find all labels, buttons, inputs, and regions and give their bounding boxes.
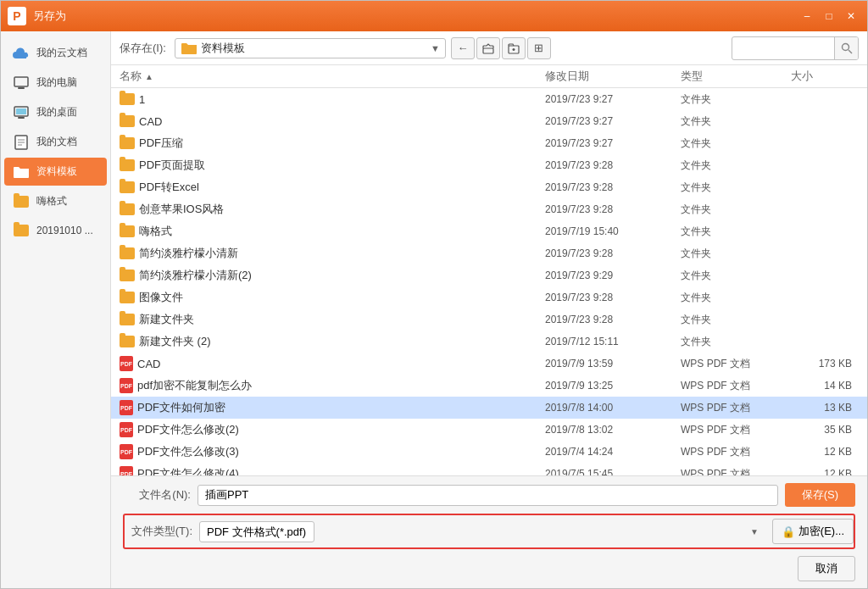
sidebar-item-desktop[interactable]: 我的桌面 [4, 98, 107, 126]
folder-icon [120, 93, 135, 105]
table-row[interactable]: PDF pdf加密不能复制怎么办 2019/7/9 13:25 WPS PDF … [111, 375, 867, 397]
file-type-cell: 文件夹 [681, 291, 791, 305]
sidebar-label-computer: 我的电脑 [36, 75, 77, 90]
file-type-cell: WPS PDF 文档 [681, 357, 791, 371]
encrypt-button[interactable]: 🔒 加密(E)... [772, 519, 854, 544]
table-row[interactable]: PDF PDF文件怎么修改(3) 2019/7/4 14:24 WPS PDF … [111, 441, 867, 463]
column-type[interactable]: 类型 [681, 69, 791, 84]
cancel-button[interactable]: 取消 [798, 556, 855, 581]
back-button[interactable]: ← [451, 37, 475, 59]
table-row[interactable]: 图像文件 2019/7/23 9:28 文件夹 [111, 286, 867, 308]
file-date-cell: 2019/7/9 13:59 [545, 358, 681, 370]
file-type-cell: 文件夹 [681, 313, 791, 327]
sidebar-label-date: 20191010 ... [36, 225, 93, 236]
table-row[interactable]: PDF压缩 2019/7/23 9:27 文件夹 [111, 132, 867, 154]
file-type-cell: 文件夹 [681, 158, 791, 173]
file-date-cell: 2019/7/23 9:28 [545, 292, 681, 303]
close-button[interactable]: ✕ [842, 7, 860, 25]
file-date-cell: 2019/7/23 9:28 [545, 247, 681, 259]
sidebar-item-computer[interactable]: 我的电脑 [4, 69, 107, 97]
search-input[interactable] [732, 40, 834, 57]
view-button[interactable]: ⊞ [527, 37, 551, 59]
file-name-cell: PDF PDF文件怎么修改(3) [120, 444, 545, 459]
file-type-cell: 文件夹 [681, 225, 791, 239]
table-row[interactable]: PDF页面提取 2019/7/23 9:28 文件夹 [111, 154, 867, 176]
file-type-cell: 文件夹 [681, 181, 791, 195]
table-row[interactable]: CAD 2019/7/23 9:27 文件夹 [111, 110, 867, 132]
file-type-cell: WPS PDF 文档 [681, 423, 791, 437]
file-type-cell: WPS PDF 文档 [681, 467, 791, 476]
sort-arrow-icon: ▲ [145, 72, 153, 81]
table-row[interactable]: 新建文件夹 2019/7/23 9:28 文件夹 [111, 308, 867, 331]
svg-rect-3 [18, 117, 25, 119]
current-path: 资料模板 [201, 41, 431, 56]
svg-rect-1 [18, 87, 25, 89]
file-size-cell: 13 KB [791, 402, 859, 414]
column-date[interactable]: 修改日期 [545, 69, 681, 84]
file-type-cell: 文件夹 [681, 136, 791, 151]
new-folder-button[interactable] [502, 37, 526, 59]
file-date-cell: 2019/7/4 14:24 [545, 446, 681, 458]
title-bar: P 另存为 – □ ✕ [1, 1, 867, 31]
table-row[interactable]: PDF PDF文件怎么修改(2) 2019/7/8 13:02 WPS PDF … [111, 419, 867, 441]
file-name-text: 嗨格式 [139, 224, 172, 239]
table-row[interactable]: 简约淡雅柠檬小清新 2019/7/23 9:28 文件夹 [111, 242, 867, 264]
file-name-cell: PDF页面提取 [120, 158, 545, 173]
table-row[interactable]: 简约淡雅柠檬小清新(2) 2019/7/23 9:29 文件夹 [111, 264, 867, 286]
maximize-button[interactable]: □ [820, 7, 838, 25]
table-row[interactable]: PDF CAD 2019/7/9 13:59 WPS PDF 文档 173 KB [111, 353, 867, 375]
table-row[interactable]: PDF转Excel 2019/7/23 9:28 文件夹 [111, 176, 867, 198]
save-button[interactable]: 保存(S) [785, 483, 855, 507]
date-folder-icon [13, 224, 30, 237]
save-buttons: 保存(S) [785, 483, 855, 507]
table-row[interactable]: 新建文件夹 (2) 2019/7/12 15:11 文件夹 [111, 331, 867, 353]
table-row[interactable]: 1 2019/7/23 9:27 文件夹 [111, 88, 867, 110]
sidebar-item-hiformat[interactable]: 嗨格式 [4, 187, 107, 215]
file-name-text: 创意苹果IOS风格 [139, 202, 224, 217]
file-size-cell: 12 KB [791, 446, 859, 458]
file-name-text: PDF文件怎么修改(3) [137, 444, 239, 459]
pdf-icon: PDF [120, 444, 133, 459]
up-folder-button[interactable] [476, 37, 500, 59]
sidebar-label-docs: 我的文档 [36, 135, 77, 149]
file-type-cell: 文件夹 [681, 269, 791, 283]
dialog-content: 我的云文档 我的电脑 我的桌面 我的文档 [1, 31, 867, 588]
filetype-row: 文件类型(T): PDF 文件格式(*.pdf) 🔒 加密(E)... [123, 514, 855, 549]
file-type-cell: WPS PDF 文档 [681, 379, 791, 393]
sidebar-item-cloud[interactable]: 我的云文档 [4, 39, 107, 67]
file-date-cell: 2019/7/19 15:40 [545, 225, 681, 237]
window-controls: – □ ✕ [798, 7, 860, 25]
pdf-icon: PDF [120, 466, 133, 475]
minimize-button[interactable]: – [798, 7, 816, 25]
hiformat-folder-icon [13, 195, 30, 208]
file-size-cell: 173 KB [791, 358, 859, 370]
file-date-cell: 2019/7/23 9:27 [545, 137, 681, 149]
table-row[interactable]: 创意苹果IOS风格 2019/7/23 9:28 文件夹 [111, 198, 867, 220]
filetype-label: 文件类型(T): [125, 524, 192, 539]
filename-input[interactable] [198, 485, 778, 506]
file-date-cell: 2019/7/23 9:28 [545, 314, 681, 325]
file-name-text: 简约淡雅柠檬小清新(2) [139, 268, 252, 283]
file-name-text: PDF页面提取 [139, 158, 205, 173]
window-title: 另存为 [33, 8, 798, 24]
table-row[interactable]: 嗨格式 2019/7/19 15:40 文件夹 [111, 220, 867, 242]
table-row[interactable]: PDF PDF文件如何加密 2019/7/8 14:00 WPS PDF 文档 … [111, 397, 867, 419]
logo-letter: P [13, 9, 20, 23]
file-name-cell: PDF压缩 [120, 136, 545, 151]
column-name[interactable]: 名称 ▲ [120, 69, 545, 84]
file-date-cell: 2019/7/23 9:28 [545, 203, 681, 215]
file-list-body[interactable]: 1 2019/7/23 9:27 文件夹 CAD 2019/7/23 9:27 … [111, 88, 867, 475]
filetype-select[interactable]: PDF 文件格式(*.pdf) [199, 521, 314, 542]
file-date-cell: 2019/7/23 9:29 [545, 269, 681, 281]
column-size[interactable]: 大小 [791, 69, 859, 84]
file-name-text: PDF文件如何加密 [137, 400, 225, 415]
sidebar-item-date[interactable]: 20191010 ... [4, 217, 107, 244]
table-row[interactable]: PDF PDF文件怎么修改(4) 2019/7/5 15:45 WPS PDF … [111, 463, 867, 475]
file-name-cell: PDF PDF文件怎么修改(2) [120, 422, 545, 437]
file-type-cell: WPS PDF 文档 [681, 401, 791, 415]
sidebar-item-templates[interactable]: 资料模板 [4, 158, 107, 186]
path-selector[interactable]: 资料模板 ▼ [175, 38, 446, 58]
search-button[interactable] [834, 37, 858, 59]
file-name-cell: PDF PDF文件怎么修改(4) [120, 466, 545, 475]
sidebar-item-docs[interactable]: 我的文档 [4, 128, 107, 156]
